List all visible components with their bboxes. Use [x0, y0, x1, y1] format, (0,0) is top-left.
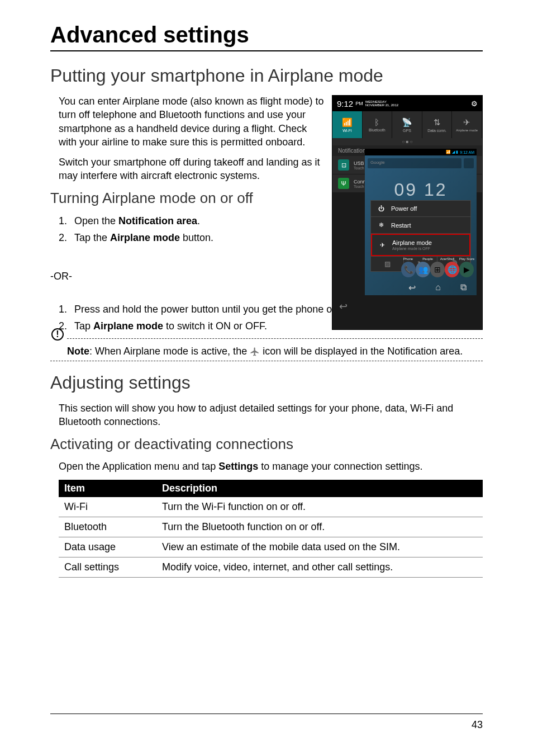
qs-airplane[interactable]: ✈ Airplane mode: [452, 111, 482, 138]
qs-data[interactable]: ⇅ Data conn.: [422, 111, 453, 138]
airplane-intro-para2: Switch your smartphone off during takeof…: [59, 155, 327, 183]
qs-label: GPS: [403, 129, 411, 133]
airplane-label: Airplane mode: [392, 239, 432, 246]
notif-title: Conn: [354, 179, 366, 185]
table-row: Wi-Fi Turn the Wi-Fi function on or off.: [59, 497, 483, 517]
table-cell-item: Call settings: [59, 557, 156, 577]
act-prefix: Open the Application menu and tap: [59, 461, 218, 472]
section-adjusting-title: Adjusting settings: [50, 372, 483, 393]
table-row: Call settings Modify voice, video, inter…: [59, 557, 483, 577]
recent-icon[interactable]: ⧉: [460, 282, 467, 293]
qs-bluetooth[interactable]: ᛒ Bluetooth: [363, 111, 393, 138]
back-icon[interactable]: ↩: [408, 282, 416, 293]
adjusting-intro: This section will show you how to adjust…: [59, 401, 483, 429]
note-container: ! Note: When Airplane mode is active, th…: [50, 338, 483, 361]
home-icon[interactable]: ⌂: [435, 282, 441, 293]
section-airplane-title: Putting your smartphone in Airplane mode: [50, 65, 483, 86]
step1-bold: Notification area: [118, 215, 197, 226]
statusbar-ampm: PM: [355, 101, 363, 106]
act-bold: Settings: [218, 461, 258, 472]
bluetooth-icon: ᛒ: [374, 117, 379, 127]
apps-icon[interactable]: ⊞: [430, 262, 445, 277]
airplane-intro-para1: You can enter Airplane mode (also known …: [59, 94, 327, 149]
statusbar-date: WEDNESDAYNOVEMBER 21, 2012: [365, 100, 398, 107]
step1-prefix: Open the: [74, 215, 118, 226]
restart-icon: ❄: [377, 221, 386, 229]
footer-line: [50, 714, 483, 714]
qs-label: Bluetooth: [369, 128, 386, 132]
wifi-icon: 📶 ◢ ▮: [446, 150, 458, 154]
phone-navbar: ↩ ⌂ ⧉: [398, 282, 477, 293]
page-title: Advanced settings: [50, 22, 483, 48]
table-header-description: Description: [156, 480, 483, 497]
table-cell-desc: Modify voice, video, internet, and other…: [156, 557, 483, 577]
airplane-sub: Airplane mode is OFF: [392, 247, 432, 251]
connected-icon: Ψ: [338, 178, 349, 189]
data-icon: ⇅: [434, 117, 441, 127]
title-underline: [50, 50, 483, 51]
table-cell-desc: Turn the Wi-Fi function on or off.: [156, 497, 483, 517]
alt2-suffix: to switch it ON or OFF.: [163, 320, 267, 332]
table-row: Data usage View an estimate of the mobil…: [59, 537, 483, 557]
search-input[interactable]: Google: [368, 158, 461, 168]
step2-suffix: button.: [180, 232, 213, 243]
overlay-statusbar: 📶 ◢ ▮ 9:12 AM: [365, 149, 477, 155]
power-icon: ⏻: [377, 205, 386, 212]
restart-label: Restart: [391, 222, 411, 229]
table-cell-desc: View an estimate of the mobile data used…: [156, 537, 483, 557]
qs-label: Airplane mode: [456, 129, 478, 132]
people-icon[interactable]: 👥: [416, 262, 430, 277]
phone-statusbar: 9:12 PM WEDNESDAYNOVEMBER 21, 2012 ⚙: [332, 96, 482, 111]
table-header-row: Item Description: [59, 480, 483, 497]
connection-settings-table: Item Description Wi-Fi Turn the Wi-Fi fu…: [59, 480, 483, 578]
phone-home-overlay: 📶 ◢ ▮ 9:12 AM Google 09 12 ⏻ Power off ❄…: [365, 149, 477, 295]
note-suffix: icon will be displayed in the Notificati…: [260, 346, 463, 357]
wifi-icon: 📶: [342, 117, 353, 127]
power-off-item[interactable]: ⏻ Power off: [371, 201, 470, 217]
note-label: Note: [67, 346, 89, 357]
note-prefix: : When Airplane mode is active, the: [89, 346, 250, 357]
step2-prefix: Tap the: [74, 232, 110, 243]
phone-dock: 📞 👥 ⊞ 🌐 ▶: [398, 262, 477, 277]
back-icon[interactable]: ↩: [339, 300, 348, 313]
dock-labels: Phone People AcerShell Play Store: [398, 257, 477, 261]
qs-wifi[interactable]: 📶 Wi-Fi: [332, 111, 363, 138]
usb-icon: ⊡: [338, 159, 349, 171]
table-cell-item: Bluetooth: [59, 517, 156, 537]
table-cell-item: Data usage: [59, 537, 156, 557]
table-cell-item: Wi-Fi: [59, 497, 156, 517]
warning-icon: !: [51, 328, 64, 341]
statusbar-time: 9:12: [337, 99, 353, 108]
table-row: Bluetooth Turn the Bluetooth function on…: [59, 517, 483, 537]
table-header-item: Item: [59, 480, 156, 497]
power-label: Power off: [391, 205, 417, 212]
clock-widget: 09 12: [365, 179, 477, 200]
act-suffix: to manage your connection settings.: [258, 461, 422, 472]
airplane-icon: ✈: [378, 242, 387, 249]
search-bar[interactable]: Google: [365, 155, 477, 171]
overlay-time: 9:12 AM: [460, 150, 474, 154]
phone-icon[interactable]: 📞: [401, 262, 416, 277]
table-cell-desc: Turn the Bluetooth function on or off.: [156, 517, 483, 537]
restart-item[interactable]: ❄ Restart: [371, 217, 470, 234]
statusbar-settings-icon: ⚙: [471, 100, 478, 108]
power-menu: ⏻ Power off ❄ Restart ✈ Airplane mode Ai…: [370, 200, 471, 272]
alt2-bold: Airplane mode: [93, 320, 163, 332]
browser-icon[interactable]: 🌐: [445, 262, 459, 277]
alt2-prefix: Tap: [74, 320, 93, 332]
activating-intro: Open the Application menu and tap Settin…: [59, 460, 483, 473]
notif-sub: Touch: [354, 185, 366, 188]
qs-label: Wi-Fi: [342, 129, 351, 133]
gps-icon: 📡: [402, 117, 412, 127]
note-text: Note: When Airplane mode is active, the …: [67, 344, 483, 358]
step2-bold: Airplane mode: [110, 232, 180, 243]
step1-suffix: .: [197, 215, 200, 226]
page-number: 43: [472, 719, 483, 731]
play-icon[interactable]: ▶: [459, 262, 474, 277]
airplane-icon: ✈: [463, 117, 470, 127]
airplane-mode-item[interactable]: ✈ Airplane mode Airplane mode is OFF: [371, 234, 470, 256]
qs-gps[interactable]: 📡 GPS: [392, 111, 422, 138]
airplane-icon: [250, 347, 260, 357]
quick-settings-panel: 📶 Wi-Fi ᛒ Bluetooth 📡 GPS ⇅ Data conn. ✈…: [332, 111, 482, 138]
mic-icon[interactable]: [464, 158, 474, 168]
